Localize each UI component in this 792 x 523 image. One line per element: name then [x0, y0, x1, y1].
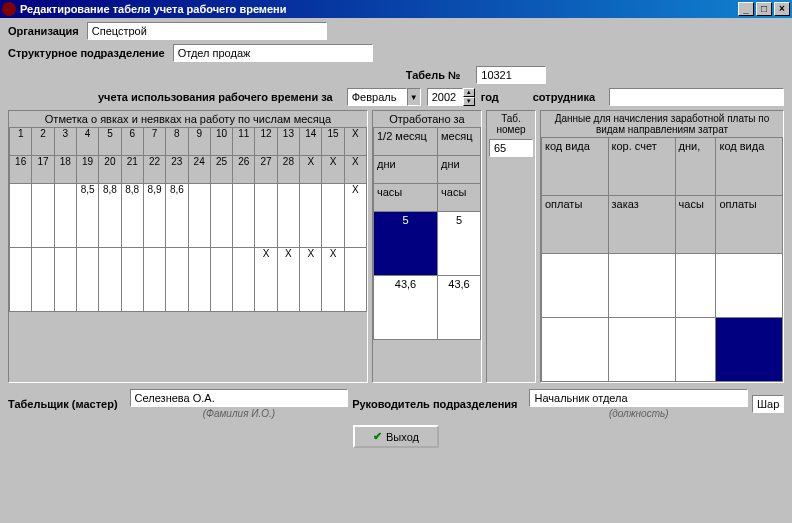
- day-cell[interactable]: X: [322, 248, 344, 312]
- exit-button[interactable]: ✔ Выход: [353, 425, 439, 448]
- day-cell[interactable]: [300, 184, 322, 248]
- day-cell[interactable]: 8,9: [143, 184, 165, 248]
- day-cell[interactable]: 19: [76, 156, 98, 184]
- org-input[interactable]: [87, 22, 327, 40]
- day-cell[interactable]: 4: [76, 128, 98, 156]
- tabel-input[interactable]: [476, 66, 546, 84]
- month-input[interactable]: [347, 88, 407, 106]
- day-cell[interactable]: [121, 248, 143, 312]
- day-cell[interactable]: 27: [255, 156, 277, 184]
- close-button[interactable]: ×: [774, 2, 790, 16]
- month-dropdown[interactable]: ▼: [347, 88, 421, 106]
- tabno-input[interactable]: [489, 139, 533, 157]
- payroll-cell[interactable]: [608, 318, 675, 382]
- day-cell[interactable]: 3: [54, 128, 76, 156]
- day-cell[interactable]: 8,8: [121, 184, 143, 248]
- day-cell[interactable]: 12: [255, 128, 277, 156]
- day-cell[interactable]: [277, 184, 299, 248]
- day-cell[interactable]: [233, 248, 255, 312]
- day-cell[interactable]: 26: [233, 156, 255, 184]
- day-cell[interactable]: 5: [99, 128, 121, 156]
- day-cell[interactable]: [76, 248, 98, 312]
- payroll-cell[interactable]: [675, 254, 716, 318]
- day-cell[interactable]: 21: [121, 156, 143, 184]
- day-cell[interactable]: 8: [166, 128, 188, 156]
- day-cell[interactable]: 25: [210, 156, 232, 184]
- day-cell[interactable]: [255, 184, 277, 248]
- day-cell[interactable]: 20: [99, 156, 121, 184]
- day-cell[interactable]: X: [300, 156, 322, 184]
- day-cell[interactable]: [210, 184, 232, 248]
- minimize-button[interactable]: _: [738, 2, 754, 16]
- day-cell[interactable]: X: [300, 248, 322, 312]
- day-cell[interactable]: 9: [188, 128, 210, 156]
- extra-input[interactable]: [752, 395, 784, 413]
- worked-grid[interactable]: 1/2 месяцмесяц днидни часычасы 55 43,643…: [373, 127, 481, 340]
- day-cell[interactable]: 16: [10, 156, 32, 184]
- day-cell[interactable]: 11: [233, 128, 255, 156]
- payroll-cell-selected[interactable]: [716, 318, 783, 382]
- day-cell[interactable]: X: [277, 248, 299, 312]
- day-cell[interactable]: [10, 184, 32, 248]
- day-cell[interactable]: 18: [54, 156, 76, 184]
- day-cell[interactable]: [188, 248, 210, 312]
- day-cell[interactable]: [322, 184, 344, 248]
- worked-month-hours[interactable]: 43,6: [438, 276, 481, 340]
- day-cell[interactable]: 28: [277, 156, 299, 184]
- day-cell[interactable]: 6: [121, 128, 143, 156]
- payroll-cell[interactable]: [542, 254, 609, 318]
- day-cell[interactable]: [10, 248, 32, 312]
- day-cell[interactable]: 8,8: [99, 184, 121, 248]
- day-cell[interactable]: [344, 248, 366, 312]
- dept-input[interactable]: [173, 44, 373, 62]
- payroll-cell[interactable]: [716, 254, 783, 318]
- day-cell[interactable]: [54, 184, 76, 248]
- worked-half-days[interactable]: 5: [374, 212, 438, 276]
- day-cell[interactable]: 24: [188, 156, 210, 184]
- payroll-cell[interactable]: [675, 318, 716, 382]
- tabno-header: Таб. номер: [487, 111, 535, 137]
- worked-month-days[interactable]: 5: [438, 212, 481, 276]
- payroll-h3: дни,: [675, 138, 716, 196]
- day-cell[interactable]: X: [255, 248, 277, 312]
- payroll-cell[interactable]: [608, 254, 675, 318]
- day-cell[interactable]: 13: [277, 128, 299, 156]
- day-cell[interactable]: 14: [300, 128, 322, 156]
- tab-master-input[interactable]: [130, 389, 349, 407]
- spin-up-icon[interactable]: ▲: [463, 88, 475, 97]
- day-cell[interactable]: [32, 248, 54, 312]
- day-cell[interactable]: X: [344, 184, 366, 248]
- day-cell[interactable]: 1: [10, 128, 32, 156]
- day-cell[interactable]: X: [322, 156, 344, 184]
- day-cell[interactable]: 10: [210, 128, 232, 156]
- employee-input[interactable]: [609, 88, 784, 106]
- year-spinner[interactable]: ▲▼: [427, 88, 475, 106]
- day-cell[interactable]: [143, 248, 165, 312]
- day-cell[interactable]: 7: [143, 128, 165, 156]
- day-cell[interactable]: [210, 248, 232, 312]
- day-cell[interactable]: [54, 248, 76, 312]
- day-cell[interactable]: 8,5: [76, 184, 98, 248]
- day-cell[interactable]: [166, 248, 188, 312]
- day-cell[interactable]: [32, 184, 54, 248]
- payroll-cell[interactable]: [542, 318, 609, 382]
- payroll-grid[interactable]: код вида кор. счет дни, код вида оплаты …: [541, 137, 783, 382]
- day-cell[interactable]: 8,6: [166, 184, 188, 248]
- head-sub: (должность): [529, 408, 748, 419]
- day-cell[interactable]: 2: [32, 128, 54, 156]
- year-input[interactable]: [427, 88, 463, 106]
- spin-down-icon[interactable]: ▼: [463, 97, 475, 106]
- day-cell[interactable]: [233, 184, 255, 248]
- day-cell[interactable]: 22: [143, 156, 165, 184]
- day-cell[interactable]: X: [344, 156, 366, 184]
- maximize-button[interactable]: □: [756, 2, 772, 16]
- day-cell[interactable]: 15: [322, 128, 344, 156]
- day-cell[interactable]: 23: [166, 156, 188, 184]
- head-input[interactable]: [529, 389, 748, 407]
- day-cell[interactable]: X: [344, 128, 366, 156]
- day-cell[interactable]: [99, 248, 121, 312]
- worked-half-hours[interactable]: 43,6: [374, 276, 438, 340]
- attendance-grid[interactable]: 123456789101112131415X 16171819202122232…: [9, 127, 367, 312]
- day-cell[interactable]: [188, 184, 210, 248]
- day-cell[interactable]: 17: [32, 156, 54, 184]
